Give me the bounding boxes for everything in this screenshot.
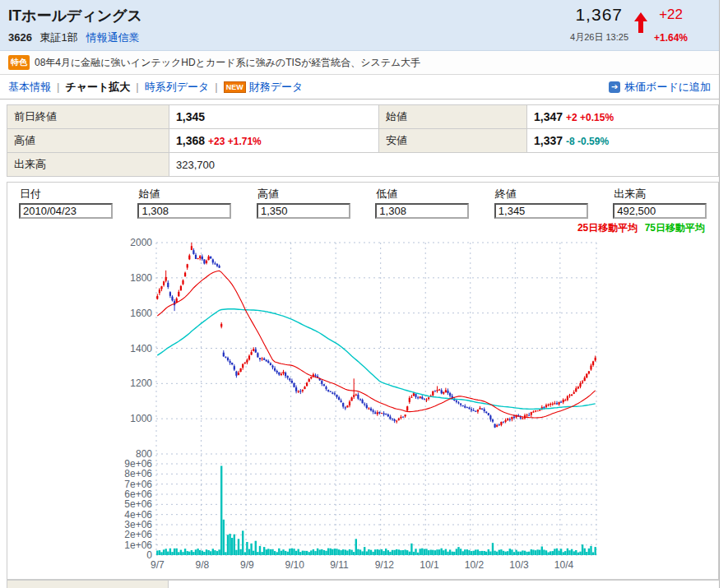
sector-link[interactable]: 情報通信業 [86, 31, 139, 44]
price-change-percent: +1.64% [654, 32, 688, 44]
prev-close-value: 1,345 [169, 105, 379, 129]
company-meta: 3626 東証1部 情報通信業 [8, 30, 139, 45]
table-row: 出来高 323,700 [7, 153, 719, 177]
quote-datetime: 4月26日 13:25 [570, 31, 628, 44]
table-row: 高値 1,368+23 +1.71% 安値 1,337-8 -0.59% [7, 129, 719, 153]
open-label: 始値 [379, 105, 527, 129]
svg-text:9/12: 9/12 [375, 559, 395, 571]
svg-text:10/4: 10/4 [554, 559, 574, 571]
volume-input[interactable] [613, 203, 707, 219]
feature-row: 特色 08年4月に金融に強いインテックHDとカード系に強みのTISが経営統合、シ… [0, 51, 719, 75]
volume-value: 323,700 [169, 153, 719, 177]
new-badge: NEW [224, 81, 246, 93]
high-field-group: 高値 [257, 187, 372, 219]
volume-field-label: 出来高 [614, 187, 728, 201]
prev-close-label: 前日終値 [7, 105, 169, 129]
stock-detail-page: ITホールディングス 3626 東証1部 情報通信業 1,367 4月26日 1… [0, 0, 720, 588]
high-input[interactable] [257, 203, 350, 219]
svg-text:1600: 1600 [130, 308, 152, 319]
tab-basic-info[interactable]: 基本情報 [8, 80, 51, 95]
svg-text:1800: 1800 [130, 272, 152, 284]
nav-separator: | [136, 81, 138, 93]
ohlc-form: 日付 始値 高値 低値 終値 出来高 [7, 183, 718, 219]
low-label: 安値 [379, 129, 527, 153]
price-summary-table: 前日終値 1,345 始値 1,347+2 +0.15% 高値 1,368+23… [7, 104, 719, 177]
tab-time-series[interactable]: 時系列データ [145, 80, 210, 95]
date-label: 日付 [20, 187, 134, 201]
open-field-label: 始値 [138, 187, 253, 201]
svg-text:1200: 1200 [130, 377, 152, 389]
market-name: 東証1部 [40, 31, 78, 44]
tab-financial-data[interactable]: 財務データ [249, 80, 304, 95]
svg-text:1400: 1400 [130, 343, 152, 354]
price-change: +22 [659, 7, 683, 23]
date-input[interactable] [19, 203, 113, 219]
open-change: +2 +0.15% [566, 112, 614, 123]
low-value: 1,337-8 -0.59% [527, 129, 719, 153]
close-field-group: 終値 [494, 187, 610, 219]
svg-text:9/11: 9/11 [330, 559, 349, 571]
close-field-label: 終値 [495, 187, 610, 201]
next-section-strip [7, 580, 719, 588]
chart-section: 日付 始値 高値 低値 終値 出来高 [7, 182, 719, 580]
open-input[interactable] [137, 203, 231, 219]
table-row: 前日終値 1,345 始値 1,347+2 +0.15% [7, 105, 719, 129]
feature-badge: 特色 [8, 55, 30, 70]
nav-separator: | [215, 81, 217, 93]
current-price: 1,367 [575, 5, 623, 25]
add-to-board-link[interactable]: 株価ボードに追加 [624, 80, 711, 95]
next-section-header-cell [7, 581, 169, 588]
open-value: 1,347+2 +0.15% [527, 105, 719, 129]
add-to-board[interactable]: ➔ 株価ボードに追加 [609, 80, 711, 95]
ma25-legend-label: 25日移動平均 [577, 222, 638, 234]
date-field-group: 日付 [19, 187, 134, 219]
arrow-right-icon: ➔ [609, 81, 620, 93]
nav-separator: | [57, 81, 59, 93]
svg-text:10/2: 10/2 [465, 559, 485, 571]
low-field-group: 低値 [375, 187, 490, 219]
close-input[interactable] [494, 203, 588, 219]
svg-text:9/10: 9/10 [285, 559, 305, 571]
high-label: 高値 [7, 129, 169, 153]
svg-text:9/8: 9/8 [196, 559, 210, 571]
high-value: 1,368+23 +1.71% [169, 129, 379, 153]
svg-text:10/1: 10/1 [420, 559, 439, 571]
tab-chart-expand: チャート拡大 [65, 80, 130, 95]
svg-text:10/3: 10/3 [509, 559, 529, 571]
company-name: ITホールディングス [8, 6, 142, 25]
volume-label: 出来高 [7, 153, 169, 177]
price-volume-chart: 2000180016001400120010008009e+068e+067e+… [7, 234, 718, 580]
volume-field-group: 出来高 [613, 187, 728, 219]
high-field-label: 高値 [257, 187, 372, 201]
low-change: -8 -0.59% [566, 136, 609, 147]
low-input[interactable] [375, 203, 469, 219]
ma-legend: 25日移動平均 75日移動平均 [7, 219, 718, 234]
stock-code: 3626 [8, 31, 32, 44]
high-change: +23 +1.71% [208, 136, 262, 147]
price-up-arrow-icon [634, 12, 647, 34]
svg-text:2000: 2000 [130, 237, 152, 248]
svg-text:9/7: 9/7 [151, 559, 165, 571]
svg-text:9/9: 9/9 [240, 559, 254, 571]
quote-header: ITホールディングス 3626 東証1部 情報通信業 1,367 4月26日 1… [0, 0, 719, 51]
ma75-legend-label: 75日移動平均 [645, 222, 705, 234]
open-field-group: 始値 [137, 187, 253, 219]
feature-text: 08年4月に金融に強いインテックHDとカード系に強みのTISが経営統合、システム… [35, 56, 420, 70]
low-field-label: 低値 [376, 187, 490, 201]
svg-text:1000: 1000 [130, 413, 152, 424]
tab-nav: 基本情報 | チャート拡大 | 時系列データ | NEW 財務データ ➔ 株価ボ… [0, 75, 719, 100]
